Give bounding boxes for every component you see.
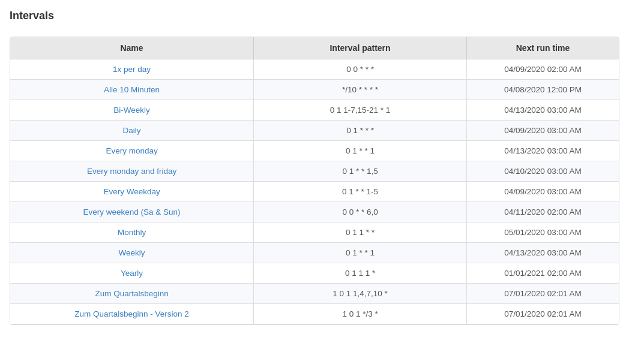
cell-nextrun: 04/09/2020 03:00 AM bbox=[466, 182, 619, 202]
cell-name[interactable]: Zum Quartalsbeginn - Version 2 bbox=[10, 304, 254, 324]
cell-pattern: 0 1 * * * bbox=[254, 121, 467, 141]
cell-pattern: 1 0 1 1,4,7,10 * bbox=[254, 284, 467, 304]
table-row: Every monday and friday0 1 * * 1,504/10/… bbox=[10, 161, 619, 182]
page-title: Intervals bbox=[10, 10, 619, 27]
table-row: Monthly0 1 1 * *05/01/2020 03:00 AM bbox=[10, 222, 619, 243]
table-row: Every monday0 1 * * 104/13/2020 03:00 AM bbox=[10, 141, 619, 161]
page-container: Intervals Name Interval pattern Next run… bbox=[0, 0, 629, 364]
column-header-pattern: Interval pattern bbox=[254, 37, 467, 59]
cell-nextrun: 04/13/2020 03:00 AM bbox=[466, 141, 619, 161]
cell-nextrun: 07/01/2020 02:01 AM bbox=[466, 284, 619, 304]
column-header-nextrun: Next run time bbox=[466, 37, 619, 59]
table-row: Every Weekday0 1 * * 1-504/09/2020 03:00… bbox=[10, 182, 619, 202]
cell-name[interactable]: Bi-Weekly bbox=[10, 100, 254, 121]
cell-nextrun: 04/10/2020 03:00 AM bbox=[466, 161, 619, 182]
cell-nextrun: 07/01/2020 02:01 AM bbox=[466, 304, 619, 324]
cell-pattern: 0 1 * * 1 bbox=[254, 243, 467, 263]
table-body: 1x per day0 0 * * *04/09/2020 02:00 AMAl… bbox=[10, 59, 619, 324]
cell-nextrun: 05/01/2020 03:00 AM bbox=[466, 222, 619, 243]
table-header-row: Name Interval pattern Next run time bbox=[10, 37, 619, 59]
table-row: Every weekend (Sa & Sun)0 0 * * 6,004/11… bbox=[10, 202, 619, 222]
cell-nextrun: 04/11/2020 02:00 AM bbox=[466, 202, 619, 222]
table-row: Alle 10 Minuten*/10 * * * *04/08/2020 12… bbox=[10, 80, 619, 100]
table-row: Zum Quartalsbeginn1 0 1 1,4,7,10 *07/01/… bbox=[10, 284, 619, 304]
cell-name[interactable]: Every monday and friday bbox=[10, 161, 254, 182]
cell-pattern: 0 1 * * 1,5 bbox=[254, 161, 467, 182]
cell-pattern: 0 0 * * * bbox=[254, 59, 467, 80]
intervals-table: Name Interval pattern Next run time 1x p… bbox=[10, 37, 619, 324]
cell-pattern: 0 1 * * 1-5 bbox=[254, 182, 467, 202]
cell-name[interactable]: Monthly bbox=[10, 222, 254, 243]
cell-pattern: 0 1 * * 1 bbox=[254, 141, 467, 161]
intervals-table-wrapper: Name Interval pattern Next run time 1x p… bbox=[10, 37, 619, 325]
cell-pattern: 0 1 1 * * bbox=[254, 222, 467, 243]
cell-nextrun: 04/09/2020 03:00 AM bbox=[466, 121, 619, 141]
cell-name[interactable]: Yearly bbox=[10, 263, 254, 284]
cell-name[interactable]: Every monday bbox=[10, 141, 254, 161]
cell-name[interactable]: Zum Quartalsbeginn bbox=[10, 284, 254, 304]
cell-nextrun: 01/01/2021 02:00 AM bbox=[466, 263, 619, 284]
table-row: Weekly0 1 * * 104/13/2020 03:00 AM bbox=[10, 243, 619, 263]
cell-name[interactable]: Weekly bbox=[10, 243, 254, 263]
cell-pattern: 0 1 1 1 * bbox=[254, 263, 467, 284]
cell-name[interactable]: Every weekend (Sa & Sun) bbox=[10, 202, 254, 222]
table-row: Yearly0 1 1 1 *01/01/2021 02:00 AM bbox=[10, 263, 619, 284]
table-row: Bi-Weekly0 1 1-7,15-21 * 104/13/2020 03:… bbox=[10, 100, 619, 121]
table-row: Daily0 1 * * *04/09/2020 03:00 AM bbox=[10, 121, 619, 141]
cell-pattern: 0 1 1-7,15-21 * 1 bbox=[254, 100, 467, 121]
cell-name[interactable]: Alle 10 Minuten bbox=[10, 80, 254, 100]
cell-pattern: */10 * * * * bbox=[254, 80, 467, 100]
cell-name[interactable]: Every Weekday bbox=[10, 182, 254, 202]
cell-name[interactable]: Daily bbox=[10, 121, 254, 141]
cell-nextrun: 04/08/2020 12:00 PM bbox=[466, 80, 619, 100]
table-row: 1x per day0 0 * * *04/09/2020 02:00 AM bbox=[10, 59, 619, 80]
cell-pattern: 0 0 * * 6,0 bbox=[254, 202, 467, 222]
cell-nextrun: 04/13/2020 03:00 AM bbox=[466, 243, 619, 263]
cell-name[interactable]: 1x per day bbox=[10, 59, 254, 80]
cell-nextrun: 04/09/2020 02:00 AM bbox=[466, 59, 619, 80]
cell-nextrun: 04/13/2020 03:00 AM bbox=[466, 100, 619, 121]
table-row: Zum Quartalsbeginn - Version 21 0 1 */3 … bbox=[10, 304, 619, 324]
column-header-name: Name bbox=[10, 37, 254, 59]
cell-pattern: 1 0 1 */3 * bbox=[254, 304, 467, 324]
